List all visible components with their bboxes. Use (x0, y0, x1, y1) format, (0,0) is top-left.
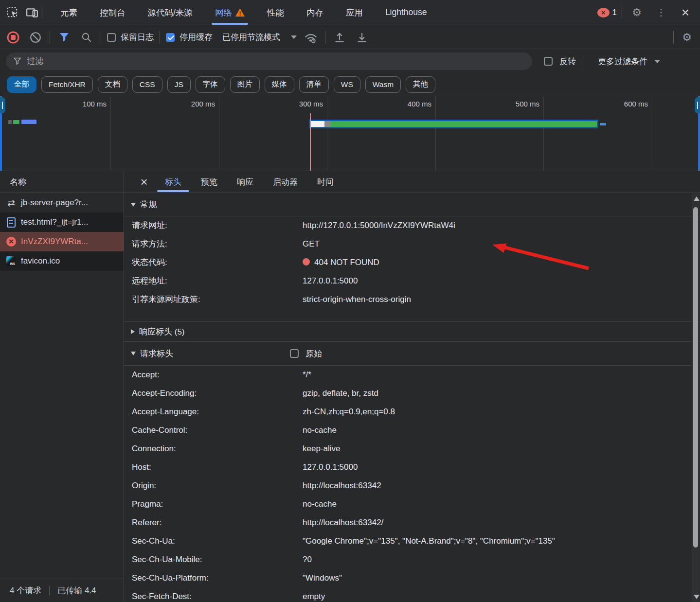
resource-type-chip[interactable]: 清单 (299, 76, 329, 93)
header-row: Pragma: no-cache (124, 495, 700, 513)
scrollbar-down-arrow-icon[interactable] (694, 595, 700, 599)
resource-type-chip[interactable]: 图片 (230, 76, 260, 93)
clear-network-log-button[interactable] (27, 29, 44, 46)
request-bar-small-blue[interactable] (21, 120, 36, 124)
devtools-tab-bar: 元素 控制台 源代码/来源 网络 性能 (0, 0, 700, 25)
disable-cache-checkbox[interactable] (166, 33, 175, 42)
resource-type-chip[interactable]: CSS (132, 76, 162, 93)
network-overview-waterfall[interactable]: 100 ms200 ms300 ms400 ms500 ms600 ms (0, 96, 700, 171)
details-tab[interactable]: 响应 (230, 171, 260, 193)
device-toolbar-icon[interactable] (22, 3, 42, 22)
devtools-tab[interactable]: Lighthouse (374, 0, 438, 25)
resource-type-chip[interactable]: Fetch/XHR (41, 76, 93, 93)
settings-gear-icon[interactable]: ⚙ (627, 3, 646, 22)
selected-request-bar[interactable] (309, 120, 598, 128)
filter-input-container[interactable] (6, 53, 532, 70)
throttling-select[interactable]: 已停用节流模式 (222, 32, 297, 43)
close-devtools-icon[interactable]: × (676, 3, 695, 22)
import-har-icon[interactable] (331, 29, 348, 46)
request-type-icon (6, 237, 16, 247)
resource-type-chip[interactable]: Wasm (365, 76, 401, 93)
devtools-tab[interactable]: 应用 (335, 0, 374, 25)
network-conditions-icon[interactable] (303, 29, 319, 46)
header-value: http://localhost:63342/ (303, 518, 383, 527)
header-value: 127.0.0.1:5000 (303, 276, 358, 285)
request-bar-blue-dash (600, 123, 606, 125)
more-filters-label[interactable]: 更多过滤条件 (598, 56, 647, 67)
waiting-segment (311, 121, 324, 127)
devtools-tab[interactable]: 控制台 (89, 0, 137, 25)
filter-input[interactable] (27, 56, 525, 66)
request-list-panel: 名称 jb-server-page?r... test.html?_ijt=jr… (0, 171, 124, 602)
raw-headers-checkbox[interactable] (290, 349, 299, 358)
resource-type-chip[interactable]: 其他 (406, 76, 435, 93)
header-key: Host: (124, 458, 303, 477)
header-value: strict-origin-when-cross-origin (303, 295, 411, 304)
preserve-log-checkbox[interactable] (107, 33, 116, 42)
export-har-icon[interactable] (354, 29, 370, 46)
transferred-size: 已传输 4.4 (57, 585, 96, 596)
devtools-tab[interactable]: 网络 (204, 0, 256, 25)
overview-right-drag-handle[interactable] (695, 97, 700, 113)
disable-cache-toggle[interactable]: 停用缓存 (166, 32, 213, 43)
overview-left-drag-handle[interactable] (0, 97, 5, 113)
devtools-tab[interactable]: 内存 (295, 0, 335, 25)
resource-type-chip[interactable]: 全部 (7, 76, 36, 93)
devtools-tabs: 元素 控制台 源代码/来源 网络 性能 (49, 0, 438, 25)
scrollbar-thumb[interactable] (693, 207, 698, 548)
request-bar-small-green[interactable] (13, 120, 19, 124)
scrollbar-up-arrow-icon[interactable] (694, 196, 700, 201)
request-headers-section-header[interactable]: 请求标头 原始 (124, 342, 700, 366)
details-tab[interactable]: 标头 (158, 171, 188, 193)
header-row: Accept-Encoding: gzip, deflate, br, zstd (124, 384, 700, 403)
name-column-header[interactable]: 名称 (0, 171, 124, 193)
error-count-badge[interactable]: × 1 (597, 8, 617, 18)
devtools-tab[interactable]: 性能 (256, 0, 295, 25)
gridline (110, 96, 111, 171)
request-row[interactable]: favicon.ico (0, 251, 124, 271)
resource-type-chip[interactable]: JS (167, 76, 191, 93)
resource-type-chip[interactable]: WS (334, 76, 360, 93)
general-section-header[interactable]: 常规 (124, 193, 700, 216)
request-type-icon (6, 217, 16, 227)
devtools-tab[interactable]: 源代码/来源 (137, 0, 204, 25)
header-row: Sec-Ch-Ua-Mobile: ?0 (124, 550, 700, 569)
request-bar-small-gray[interactable] (8, 120, 12, 124)
request-row[interactable]: test.html?_ijt=jr1... (0, 212, 124, 232)
details-tab[interactable]: 启动器 (266, 171, 305, 193)
resource-type-chip[interactable]: 字体 (196, 76, 225, 93)
header-key: Accept: (124, 366, 303, 384)
resource-type-filter-row: 全部 Fetch/XHR 文档 CSS JS 字体 图片 媒体 清单 WS Wa… (0, 73, 700, 96)
warning-icon (235, 8, 245, 17)
header-key: 远程地址: (124, 272, 303, 290)
header-key: Accept-Language: (124, 403, 303, 421)
invert-filter-checkbox[interactable] (544, 57, 553, 66)
request-details-panel: × 标头 预览 响应 启动器 (124, 171, 700, 602)
header-key: Cache-Control: (124, 421, 303, 440)
request-row[interactable]: jb-server-page?r... (0, 193, 124, 212)
header-value: ?0 (303, 555, 312, 564)
record-network-log-button[interactable] (5, 29, 21, 46)
request-row[interactable]: InVzZXI9YWRta... (0, 232, 124, 251)
search-icon[interactable] (78, 29, 95, 46)
header-key: 状态代码: (124, 253, 303, 272)
header-value: */* (303, 370, 311, 379)
header-key: Referer: (124, 513, 303, 532)
close-details-icon[interactable]: × (138, 176, 150, 188)
network-settings-gear-icon[interactable]: ⚙ (679, 29, 695, 46)
kebab-menu-icon[interactable]: ⋮ (651, 3, 671, 22)
details-scrollbar[interactable] (692, 194, 700, 602)
response-headers-title: 响应标头 (5) (139, 326, 185, 337)
inspect-element-icon[interactable] (3, 3, 22, 22)
header-row: Cache-Control: no-cache (124, 421, 700, 440)
resource-type-chip[interactable]: 媒体 (265, 76, 294, 93)
devtools-tab[interactable]: 元素 (49, 0, 89, 25)
gridline (219, 96, 219, 171)
details-tab[interactable]: 时间 (310, 171, 341, 193)
resource-type-chip[interactable]: 文档 (98, 76, 127, 93)
details-tab[interactable]: 预览 (194, 171, 224, 193)
general-title: 常规 (140, 199, 157, 210)
preserve-log-toggle[interactable]: 保留日志 (107, 32, 154, 43)
filter-funnel-icon[interactable] (56, 29, 72, 46)
response-headers-section-header[interactable]: 响应标头 (5) (124, 322, 700, 342)
